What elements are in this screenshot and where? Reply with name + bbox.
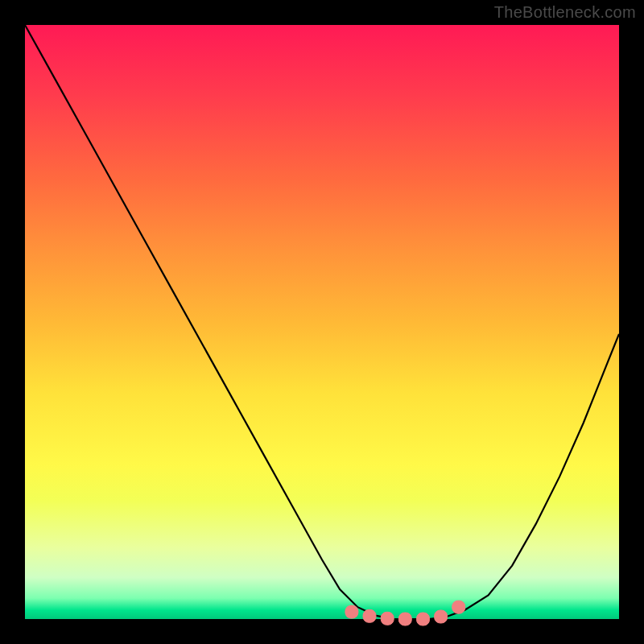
- chart-stage: TheBottleneck.com: [0, 0, 644, 644]
- marker-dot: [435, 610, 448, 623]
- chart-svg: [25, 25, 619, 619]
- marker-dot: [452, 601, 465, 613]
- marker-dot: [417, 613, 430, 625]
- marker-dot: [363, 609, 376, 622]
- marker-dot: [398, 613, 411, 625]
- plot-area: [25, 25, 619, 619]
- bottleneck-curve: [25, 25, 619, 619]
- watermark-text: TheBottleneck.com: [494, 3, 636, 22]
- marker-dot: [381, 612, 394, 625]
- marker-dot: [345, 605, 358, 618]
- optimal-range-markers: [345, 601, 465, 625]
